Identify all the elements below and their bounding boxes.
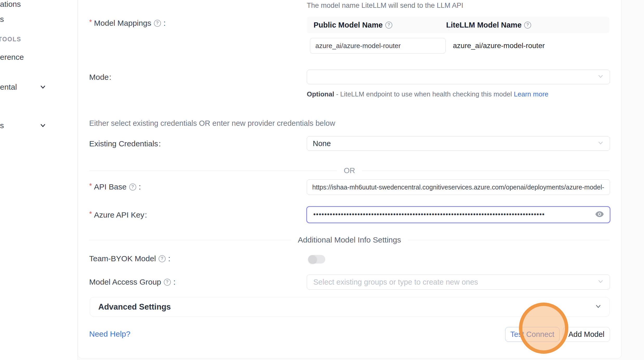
- help-body: - LiteLLM endpoint to use when health ch…: [336, 90, 512, 98]
- header-text: LiteLLM Model Name: [446, 21, 522, 29]
- sidebar-item-ental[interactable]: ental: [0, 82, 17, 92]
- divider-line: [89, 240, 291, 240]
- chevron-down-icon: [597, 140, 604, 147]
- litellm-model-name-header: LiteLLM Model Name ?: [442, 21, 533, 29]
- team-byok-toggle[interactable]: [308, 255, 325, 264]
- divider-line: [408, 240, 610, 240]
- sidebar-item-label: s: [0, 121, 4, 130]
- colon: :: [109, 73, 111, 82]
- team-byok-label: Team-BYOK Model ? :: [89, 254, 170, 263]
- label-text: Model Access Group: [89, 278, 161, 286]
- divider-line: [89, 171, 337, 171]
- chevron-down-icon: [597, 73, 604, 81]
- model-mappings-table-header: Public Model Name ? LiteLLM Model Name ?: [307, 17, 609, 33]
- advanced-settings-title: Advanced Settings: [90, 302, 171, 312]
- divider-text: Additional Model Info Settings: [291, 235, 408, 244]
- existing-credentials-select[interactable]: None: [307, 136, 610, 151]
- sidebar-item-s2[interactable]: s: [0, 121, 4, 130]
- model-mappings-label: * Model Mappings ? :: [89, 19, 166, 28]
- public-model-name-header: Public Model Name ?: [307, 21, 442, 29]
- mode-label: Mode :: [89, 73, 111, 82]
- chevron-down-icon: [39, 83, 47, 93]
- colon: :: [164, 19, 166, 28]
- azure-api-key-label: * Azure API Key :: [89, 211, 147, 219]
- azure-api-key-input[interactable]: ••••••••••••••••••••••••••••••••••••••••…: [306, 206, 610, 223]
- colon: :: [139, 182, 141, 191]
- advanced-settings-panel[interactable]: Advanced Settings: [90, 297, 610, 317]
- sidebar-item-s1[interactable]: s: [0, 14, 4, 24]
- colon: :: [173, 278, 175, 286]
- label-text: Team-BYOK Model: [89, 254, 156, 263]
- api-base-input[interactable]: [307, 179, 610, 195]
- sidebar: ations s TOOLS erence ental s: [0, 0, 78, 360]
- label-text: Existing Credentials: [89, 139, 158, 148]
- sidebar-item-label: s: [0, 15, 4, 24]
- model-access-group-select[interactable]: Select existing groups or type to create…: [307, 274, 610, 290]
- add-model-button[interactable]: Add Model: [563, 327, 610, 342]
- existing-credentials-label: Existing Credentials :: [89, 139, 161, 148]
- chevron-down-icon: [39, 122, 47, 131]
- help-question-icon[interactable]: ?: [129, 184, 136, 191]
- label-text: API Base: [94, 182, 127, 191]
- sidebar-item-label: ental: [0, 83, 17, 91]
- public-model-name-input[interactable]: [310, 38, 446, 54]
- model-access-group-label: Model Access Group ? :: [89, 278, 175, 286]
- sidebar-item-label: ations: [0, 0, 21, 9]
- additional-settings-divider: Additional Model Info Settings: [89, 235, 610, 244]
- test-connect-button[interactable]: Test Connect: [505, 327, 560, 342]
- mode-help-text: Optional - LiteLLM endpoint to use when …: [307, 89, 562, 99]
- divider-line: [362, 171, 610, 171]
- sidebar-item-erence[interactable]: erence: [0, 52, 24, 62]
- sidebar-section-tools: TOOLS: [0, 35, 21, 43]
- litellm-model-name-value: azure_ai/azure-model-router: [453, 42, 545, 50]
- label-text: Model Mappings: [94, 19, 151, 28]
- learn-more-link[interactable]: Learn more: [514, 90, 548, 98]
- divider-text: OR: [337, 166, 362, 175]
- need-help-link[interactable]: Need Help?: [89, 330, 130, 338]
- help-bold: Optional: [307, 90, 334, 98]
- help-question-icon[interactable]: ?: [154, 20, 161, 27]
- help-question-icon[interactable]: ?: [159, 255, 166, 262]
- masked-key-value: ••••••••••••••••••••••••••••••••••••••••…: [307, 210, 583, 218]
- chevron-down-icon[interactable]: [594, 303, 602, 311]
- select-value: None: [307, 139, 331, 148]
- help-question-icon[interactable]: ?: [385, 22, 392, 29]
- model-name-help-text: The model name LiteLLM will send to the …: [307, 2, 463, 10]
- label-text: Mode: [89, 73, 109, 82]
- api-base-label: * API Base ? :: [89, 182, 141, 191]
- required-mark: *: [89, 182, 92, 190]
- toggle-knob: [308, 255, 316, 263]
- help-question-icon[interactable]: ?: [524, 22, 531, 29]
- select-placeholder: Select existing groups or type to create…: [307, 278, 478, 286]
- chevron-down-icon: [597, 278, 604, 286]
- colon: :: [145, 211, 147, 219]
- help-question-icon[interactable]: ?: [164, 279, 171, 286]
- colon: :: [168, 254, 170, 263]
- colon: :: [159, 139, 161, 148]
- sidebar-section-label: TOOLS: [0, 36, 21, 43]
- credentials-note: Either select existing credentials OR en…: [89, 119, 335, 128]
- table-column-divider: [449, 20, 449, 31]
- or-divider: OR: [89, 166, 610, 175]
- header-text: Public Model Name: [314, 21, 383, 29]
- label-text: Azure API Key: [94, 211, 144, 219]
- mode-select[interactable]: [307, 70, 610, 84]
- eye-icon[interactable]: [595, 211, 604, 219]
- sidebar-item-ations[interactable]: ations: [0, 0, 21, 9]
- sidebar-item-label: erence: [0, 53, 24, 62]
- required-mark: *: [89, 18, 92, 26]
- required-mark: *: [89, 210, 92, 218]
